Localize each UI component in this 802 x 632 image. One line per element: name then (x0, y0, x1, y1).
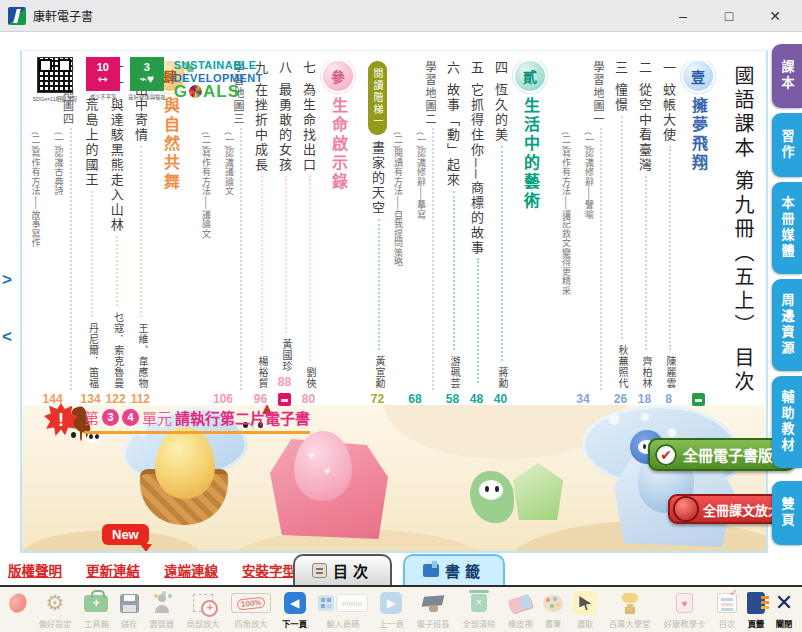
tool-preferences[interactable]: ⚙ 偏好設定 (32, 590, 78, 630)
toc-lesson-10[interactable]: 十 山中寄情 王維、韋應物 112 (131, 61, 150, 406)
unit-3-circle-badge: 3 (102, 409, 119, 426)
page-forward-chevron[interactable]: > (2, 270, 18, 290)
tab-textbook[interactable]: 課本 (772, 44, 802, 108)
unit-1-numeral-icon: 壹 (683, 61, 713, 91)
minimize-button[interactable]: – (674, 8, 692, 24)
tool-number-picker[interactable]: 選號器 (144, 590, 181, 630)
new-badge: New (102, 524, 149, 545)
tool-laser-pointer[interactable] (4, 590, 32, 617)
dotted-leader (368, 216, 387, 353)
remote-connection-link[interactable]: 遠端連線 (164, 560, 218, 580)
tool-next-page[interactable]: ◀ 下一頁 (276, 590, 313, 630)
laser-pointer-icon (6, 591, 29, 614)
person-picker-icon (152, 593, 172, 613)
bottom-toolbar: ⚙ 偏好設定 + 工具箱 儲存 選號器 局部放大 100% 四角放大 (0, 585, 802, 632)
tool-clear-all[interactable]: × 全部清除 (456, 590, 502, 630)
tool-prev-page[interactable]: ▶ 上一頁 (373, 590, 410, 630)
toc-lesson-7[interactable]: 七 為生命找出口 劉俠 80 (299, 61, 318, 406)
bookmark-tab-icon (423, 564, 439, 577)
toc-lesson-3[interactable]: 三 憧憬 秋蕪照代 26 (611, 61, 630, 406)
close-button[interactable]: ✕ (766, 8, 784, 24)
sdg-header: SDGs×11相關課程 10 ⇿ 減少不平等 3 ⌁♥ 良好健康與福祉 (30, 57, 263, 103)
tool-toolbox[interactable]: + 工具箱 (78, 590, 115, 630)
toc-lesson-4[interactable]: 四 恆久的美 蔣勳 40 (491, 61, 510, 406)
footer-tab-bookmark[interactable]: 書籤 (403, 554, 505, 585)
app-window: 康軒電子書 – □ ✕ 課本 習作 本冊媒體 周邊資源 輔助教材 雙頁 > < … (0, 0, 802, 632)
unit-1: 壹 擁夢飛翔 一 蚊帳大使 陳麗雲 8 二 從空中看臺灣 (560, 61, 713, 406)
green-mascot-icon (470, 471, 514, 523)
tool-partial-zoom[interactable]: 局部放大 (180, 590, 226, 630)
page-number-input-icon: menu (318, 594, 368, 612)
learning-map-2[interactable]: 學習地圖二 (一)認識修辭──摹寫 (二)閱讀有方法──自我提問策略 68 (392, 61, 438, 406)
page-number: 88 (275, 375, 294, 389)
unit-2: 貳 生活中的藝術 四 恆久的美 蔣勳 40 五 它抓得住你──商標的故事 (368, 61, 545, 406)
exclamation-burst-icon: ! (44, 403, 78, 437)
footer-tab-toc[interactable]: 目次 (293, 554, 392, 585)
dotted-leader (251, 173, 270, 353)
dotted-leader (443, 188, 462, 353)
sdg-goals-logo: SUSTAINABLE DEVELOPMENT GALS (174, 59, 263, 98)
learning-map-1[interactable]: 學習地圖一 (一)認識修辭──譬喻 (二)寫作有方法──讓記敘文變得更精采 34 (560, 61, 606, 406)
tab-volume-media[interactable]: 本冊媒體 (772, 182, 802, 274)
toc-lesson-5[interactable]: 五 它抓得住你──商標的故事 48 (467, 61, 486, 406)
tab-auxiliary-materials[interactable]: 輔助教材 (772, 376, 802, 468)
toc-lesson-1[interactable]: 一 蚊帳大使 陳麗雲 8 (659, 61, 678, 406)
check-circle-icon: ✔ (655, 444, 677, 466)
tool-select[interactable]: 選取 (568, 590, 602, 630)
sdg3-caption: 良好健康與福祉 (128, 92, 166, 100)
dotted-leader (467, 255, 486, 386)
sdg10-badge-icon: 10 ⇿ (86, 57, 120, 91)
tool-million-academy[interactable]: 百萬大學堂 (602, 590, 657, 630)
dotted-leader (299, 173, 318, 364)
table-of-contents: 國語課本 第九冊（五上） 目次 壹 擁夢飛翔 一 蚊帳大使 陳麗雲 8 (26, 61, 758, 406)
tab-peripheral-resources[interactable]: 周邊資源 (772, 279, 802, 371)
main-area: 課本 習作 本冊媒體 周邊資源 輔助教材 雙頁 > < SDGs×11相關課程 … (0, 32, 802, 632)
zoom-100-icon: 100% (231, 593, 271, 613)
tool-teaching-cards[interactable]: ♥ 好康教學卡 (657, 590, 712, 630)
tool-paintbrush[interactable]: 畫筆 (539, 590, 569, 630)
tool-toc[interactable]: 目次 (712, 590, 742, 630)
checklist-icon (717, 593, 737, 613)
learning-map-3[interactable]: 學習地圖三 (一)認識議論文 (二)寫作有方法──議論文 106 (200, 61, 246, 406)
toc-lesson-9[interactable]: 九 在挫折中成長 楊裕貿 96 (251, 61, 270, 406)
footer-strip: 版權聲明 更新連結 遠端連線 安裝字型 目次 書籤 (0, 553, 802, 585)
close-x-icon: ✕ (775, 592, 793, 614)
gear-icon: ⚙ (45, 591, 64, 615)
tab-double-page[interactable]: 雙頁 (772, 481, 802, 545)
unit-2-header: 貳 生活中的藝術 (515, 61, 545, 406)
reading-ladder-badge: 閱讀階梯一 (368, 61, 387, 135)
install-font-link[interactable]: 安裝字型 (242, 560, 296, 580)
toc-lesson-2[interactable]: 二 從空中看臺灣 齊柏林 18 (635, 61, 654, 406)
tool-close[interactable]: ✕ 關閉 (770, 590, 798, 630)
qr-code (37, 57, 73, 93)
tool-eraser[interactable]: 橡皮擦 (502, 590, 539, 630)
tool-corner-zoom[interactable]: 100% 四角放大 (226, 590, 276, 630)
tool-save[interactable]: 儲存 (115, 590, 144, 630)
reading-ladder-1[interactable]: 閱讀階梯一 畫家的天空 黃宣勳 72 (368, 61, 387, 406)
tool-page-tabs[interactable]: 頁籤 (742, 590, 770, 630)
unit-3-header: 參 生命啟示錄 (323, 61, 353, 406)
dotted-leader (491, 143, 510, 364)
app-title: 康軒電子書 (33, 7, 93, 24)
toc-lesson-6[interactable]: 六 故事「動」起來 游珮芸 58 (443, 61, 462, 406)
page-number: 8 (659, 392, 678, 406)
unit-2-name: 生活中的藝術 (518, 97, 542, 211)
maximize-button[interactable]: □ (720, 8, 738, 24)
tab-workbook[interactable]: 習作 (772, 113, 802, 177)
learning-map-4[interactable]: 學習地圖四 (一)認識古典詩 (二)寫作有方法──故事寫作 144 (30, 61, 76, 406)
sdg-rainbow-o-icon (189, 85, 202, 98)
tool-enter-page-number[interactable]: menu 輸入頁碼 (313, 590, 373, 630)
toc-lesson-8[interactable]: 八 最勇敢的女孩 黃國珍 88 (275, 61, 294, 406)
pink-egg-icon: ♥♥ (294, 431, 352, 501)
page-number: 72 (368, 392, 387, 406)
unit-4-header: 肆 與自然共舞 (155, 61, 185, 406)
copyright-link[interactable]: 版權聲明 (8, 560, 62, 580)
next-page-icon: ◀ (284, 592, 306, 614)
toc-lesson-11[interactable]: 十一 與達駭黑熊走入山林 乜寇．索克魯曼 122 (106, 61, 126, 406)
toc-lesson-12[interactable]: 十二 荒島上的國王 丹尼爾．笛福 134 (81, 61, 101, 406)
toolbox-icon: + (84, 595, 108, 612)
update-link[interactable]: 更新連結 (86, 560, 140, 580)
page-back-chevron[interactable]: < (2, 327, 18, 347)
trash-icon: × (471, 594, 487, 612)
tool-e-class-leader[interactable]: 電子班長 (410, 590, 456, 630)
